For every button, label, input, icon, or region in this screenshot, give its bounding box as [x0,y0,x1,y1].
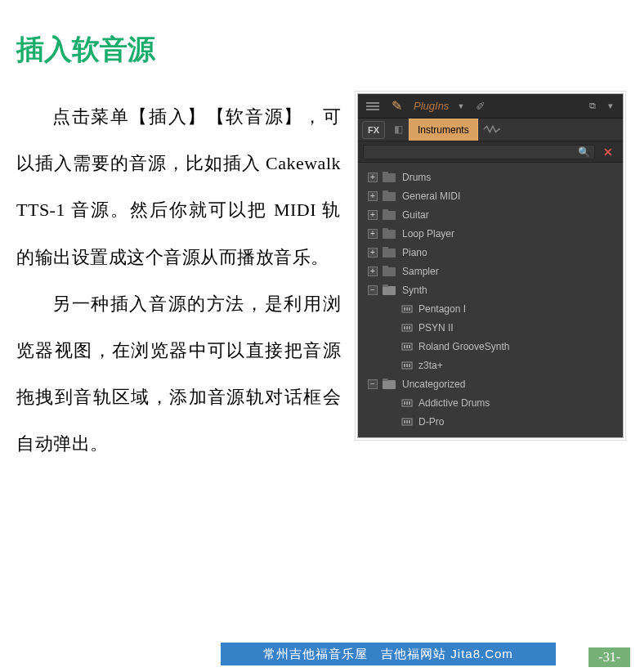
tab-rewire[interactable] [478,119,506,141]
svg-rect-1 [404,307,405,311]
tree-folder[interactable]: − Synth [361,280,620,299]
edit-icon[interactable]: ✐ [469,100,492,113]
browser-titlebar: ✎ PlugIns ▼ ✐ ⧉ ▾ [358,94,623,119]
svg-rect-23 [409,420,410,423]
tree-plugin[interactable]: PSYN II [361,318,620,337]
svg-rect-5 [404,326,405,329]
svg-rect-18 [406,401,408,405]
tree-folder[interactable]: + Guitar [361,205,620,224]
tree-label: Uncategorized [402,379,465,390]
expand-toggle[interactable]: + [368,248,378,258]
tree-folder[interactable]: + Loop Player [361,224,620,243]
expand-toggle[interactable]: + [368,172,378,182]
svg-rect-22 [406,420,408,423]
plugin-tree: + Drums + General MIDI + Guitar + Loop P… [358,163,623,437]
menu-icon[interactable] [366,101,379,112]
tab-instruments[interactable]: Instruments [409,119,478,141]
svg-rect-9 [404,345,405,348]
tree-label: Synth [402,284,427,296]
folder-icon [383,247,397,258]
svg-rect-3 [409,307,410,311]
tab-fx[interactable]: FX [362,121,385,139]
plugin-icon [401,360,414,371]
svg-rect-2 [406,307,408,311]
svg-rect-7 [409,326,410,329]
clear-search-button[interactable]: ✕ [598,146,618,159]
search-input[interactable]: 🔍 [363,145,595,159]
tab-preset[interactable]: ◧ [387,119,409,141]
dock-icon[interactable]: ⧉ [584,101,602,111]
plugin-icon [401,341,414,352]
tree-label: Pentagon I [418,303,466,315]
tree-label: Drums [402,172,431,183]
expand-toggle[interactable]: − [368,379,378,389]
tree-label: Piano [402,247,427,258]
folder-icon [383,209,397,221]
search-icon: 🔍 [578,146,590,158]
expand-icon[interactable]: ▾ [602,101,620,111]
expand-toggle[interactable]: + [368,267,378,276]
svg-rect-13 [404,364,405,367]
expand-toggle[interactable]: + [368,191,378,201]
tree-label: Loop Player [402,228,454,240]
svg-rect-6 [406,326,408,329]
plugin-icon [401,397,414,409]
tree-label: D-Pro [418,416,444,428]
page-footer: 常州吉他福音乐屋 吉他福网站 Jita8.Com -31- [0,643,640,667]
tree-label: Roland GrooveSynth [418,341,509,352]
svg-rect-10 [406,345,408,348]
expand-toggle[interactable]: + [368,229,378,239]
folder-icon [383,190,397,202]
tree-folder[interactable]: + General MIDI [361,186,620,205]
svg-rect-19 [409,401,410,405]
search-bar: 🔍 ✕ [358,141,623,163]
expand-toggle[interactable]: − [368,285,378,295]
tree-label: z3ta+ [418,360,443,371]
dropdown-arrow-icon[interactable]: ▼ [457,102,464,110]
svg-rect-14 [406,364,408,367]
folder-icon [383,266,397,277]
tree-plugin[interactable]: Pentagon I [361,299,620,318]
tree-label: General MIDI [402,190,460,202]
tree-plugin[interactable]: Addictive Drums [361,393,620,412]
svg-rect-17 [404,401,405,405]
tree-label: Guitar [402,209,429,221]
expand-toggle[interactable]: + [368,210,378,220]
plugin-icon [401,416,414,428]
plugin-icon [401,303,414,315]
tree-folder[interactable]: − Uncategorized [361,374,620,393]
page-title: 插入软音源 [0,0,640,69]
folder-icon [383,228,397,240]
browser-tabs: FX ◧ Instruments [358,119,623,141]
tree-label: Sampler [402,266,439,277]
plugins-browser-screenshot: ✎ PlugIns ▼ ✐ ⧉ ▾ FX ◧ Instruments 🔍 ✕ + [357,93,624,438]
svg-rect-11 [409,345,410,348]
svg-rect-15 [409,364,410,367]
tree-plugin[interactable]: z3ta+ [361,356,620,374]
tree-folder[interactable]: + Drums [361,168,620,186]
brush-icon[interactable]: ✎ [384,98,409,114]
plugin-icon [401,322,414,334]
folder-open-icon [383,379,397,390]
tree-folder[interactable]: + Sampler [361,262,620,280]
folder-icon [383,172,397,183]
page-number: -31- [589,647,630,667]
tree-plugin[interactable]: Roland GrooveSynth [361,337,620,356]
tree-folder[interactable]: + Piano [361,243,620,262]
folder-open-icon [383,284,397,296]
footer-bar: 常州吉他福音乐屋 吉他福网站 Jita8.Com [221,643,556,665]
tree-label: PSYN II [418,322,454,334]
tree-plugin[interactable]: D-Pro [361,412,620,431]
tree-label: Addictive Drums [418,397,490,409]
svg-rect-21 [404,420,405,423]
titlebar-label: PlugIns [409,100,454,112]
